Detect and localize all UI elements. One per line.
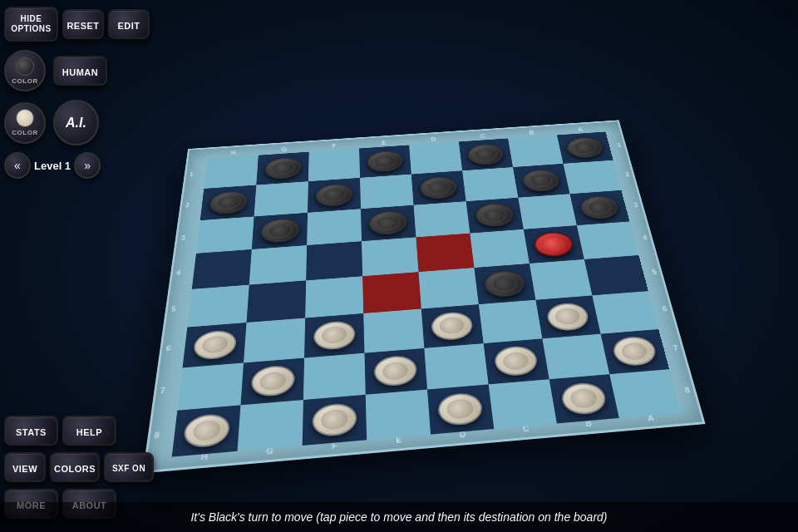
cell-r1c8[interactable] xyxy=(557,132,613,164)
cell-r8c3[interactable] xyxy=(303,395,367,446)
cell-r2c5[interactable] xyxy=(411,170,466,204)
ai-color-button[interactable]: COLOR xyxy=(4,102,46,144)
cell-r4c4[interactable] xyxy=(362,238,419,277)
cell-r7c6[interactable] xyxy=(484,338,549,385)
cell-r3c1[interactable] xyxy=(196,216,254,254)
piece-black[interactable] xyxy=(264,156,301,180)
piece-black[interactable] xyxy=(466,143,505,165)
cell-r4c1[interactable] xyxy=(192,249,252,289)
cell-r4c8[interactable] xyxy=(577,222,638,259)
piece-black[interactable] xyxy=(521,169,561,192)
player-color-button[interactable]: COLOR xyxy=(4,50,46,91)
cell-r5c2[interactable] xyxy=(247,280,307,322)
cell-r6c4[interactable] xyxy=(363,308,424,352)
cell-r4c5-highlight[interactable] xyxy=(416,234,474,272)
help-button[interactable]: HELP xyxy=(62,416,116,446)
cell-r6c3[interactable] xyxy=(304,313,364,357)
piece-black[interactable] xyxy=(579,195,620,220)
piece-white[interactable] xyxy=(192,329,237,361)
colors-button[interactable]: COLORS xyxy=(50,452,100,482)
cell-r2c3[interactable] xyxy=(308,178,361,213)
cell-r6c1[interactable] xyxy=(183,323,247,367)
piece-black[interactable] xyxy=(565,136,604,159)
cell-r3c6[interactable] xyxy=(466,197,524,233)
ai-button[interactable]: A.I. xyxy=(53,100,99,145)
piece-black[interactable] xyxy=(367,150,403,172)
cell-r4c2[interactable] xyxy=(249,245,307,284)
cell-r5c4-highlight[interactable] xyxy=(362,272,421,313)
cell-r5c8[interactable] xyxy=(584,255,648,295)
sxf-on-button[interactable]: SXF ON xyxy=(104,452,154,482)
piece-red[interactable] xyxy=(533,231,575,258)
cell-r2c6[interactable] xyxy=(462,167,518,201)
cell-r8c8[interactable] xyxy=(609,369,681,418)
cell-r6c7[interactable] xyxy=(535,295,600,338)
piece-white[interactable] xyxy=(374,355,418,388)
piece-white[interactable] xyxy=(312,402,357,438)
piece-white[interactable] xyxy=(182,413,230,449)
piece-black[interactable] xyxy=(316,183,353,207)
cell-r1c7[interactable] xyxy=(508,135,563,166)
cell-r6c8[interactable] xyxy=(592,291,658,333)
cell-r5c5[interactable] xyxy=(419,268,479,308)
human-button[interactable]: HUMAN xyxy=(53,56,107,86)
cell-r3c2[interactable] xyxy=(252,213,308,250)
edit-button[interactable]: EDIT xyxy=(108,9,150,39)
piece-white[interactable] xyxy=(493,345,539,377)
cell-r3c4[interactable] xyxy=(361,204,416,241)
piece-black[interactable] xyxy=(475,203,515,228)
piece-black[interactable] xyxy=(483,269,526,298)
cell-r1c5[interactable] xyxy=(409,141,462,174)
piece-white[interactable] xyxy=(313,320,355,351)
cell-r2c1[interactable] xyxy=(200,185,257,219)
cell-r4c3[interactable] xyxy=(306,241,362,280)
cell-r5c1[interactable] xyxy=(187,285,249,328)
cell-r1c1[interactable] xyxy=(204,155,259,189)
piece-white[interactable] xyxy=(431,311,474,342)
cell-r7c4[interactable] xyxy=(364,347,427,395)
cell-r4c7[interactable] xyxy=(524,225,584,264)
cell-r3c8[interactable] xyxy=(569,190,629,226)
cell-r8c5[interactable] xyxy=(427,385,494,435)
cell-r7c1[interactable] xyxy=(177,362,244,411)
cell-r7c7[interactable] xyxy=(542,333,609,379)
piece-black[interactable] xyxy=(419,175,457,200)
cell-r3c3[interactable] xyxy=(307,209,362,245)
piece-white[interactable] xyxy=(545,302,591,332)
cell-r8c6[interactable] xyxy=(489,379,557,429)
level-back-button[interactable]: « xyxy=(4,152,31,179)
stats-button[interactable]: STATS xyxy=(4,416,58,446)
cell-r8c7[interactable] xyxy=(549,374,619,423)
checkerboard[interactable]: HGFEDCBA HGFEDCBA 12345678 12345678 xyxy=(143,120,706,473)
view-button[interactable]: VIEW xyxy=(4,452,46,482)
piece-white[interactable] xyxy=(437,392,484,426)
cell-r8c2[interactable] xyxy=(237,400,303,451)
piece-white[interactable] xyxy=(611,336,659,367)
cell-r2c2[interactable] xyxy=(254,181,308,216)
cell-r7c5[interactable] xyxy=(424,343,488,390)
cell-r6c5[interactable] xyxy=(421,304,484,348)
cell-r1c4[interactable] xyxy=(359,145,411,177)
piece-black[interactable] xyxy=(260,218,299,244)
cell-r1c3[interactable] xyxy=(308,149,360,181)
cell-r2c8[interactable] xyxy=(564,160,622,194)
cell-r5c6[interactable] xyxy=(474,264,535,304)
cell-r1c6[interactable] xyxy=(459,138,513,170)
cell-r7c3[interactable] xyxy=(303,352,366,400)
piece-white[interactable] xyxy=(250,364,295,397)
piece-black[interactable] xyxy=(369,210,407,236)
reset-button[interactable]: RESET xyxy=(62,9,104,39)
cell-r2c7[interactable] xyxy=(513,164,569,198)
level-forward-button[interactable]: » xyxy=(74,152,101,179)
cell-r7c8[interactable] xyxy=(600,329,669,375)
cell-r2c4[interactable] xyxy=(360,174,413,209)
cell-r5c7[interactable] xyxy=(530,259,592,300)
cell-r4c6[interactable] xyxy=(470,229,530,268)
cell-r6c6[interactable] xyxy=(479,300,542,343)
hide-options-button[interactable]: HIDE OPTIONS xyxy=(4,7,58,42)
cell-r8c4[interactable] xyxy=(366,390,431,441)
cell-r3c7[interactable] xyxy=(518,194,577,229)
cell-r7c2[interactable] xyxy=(240,357,304,405)
cell-r5c3[interactable] xyxy=(305,276,363,318)
cell-r3c5[interactable] xyxy=(414,201,470,238)
